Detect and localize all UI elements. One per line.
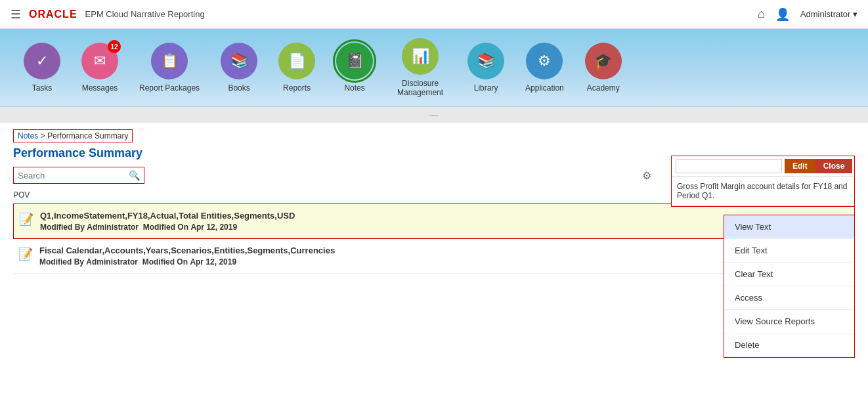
sidebar-item-books[interactable]: 📚 Books: [210, 39, 268, 96]
edit-button[interactable]: Edit: [785, 159, 815, 173]
app-title: EPM Cloud Narrative Reporting: [85, 9, 205, 19]
context-menu-item-edit-text[interactable]: Edit Text: [724, 239, 854, 263]
context-menu-item-access[interactable]: Access: [724, 286, 854, 310]
report-packages-label: Report Packages: [139, 83, 200, 93]
user-icon[interactable]: 👤: [775, 7, 790, 22]
breadcrumb-link[interactable]: Notes: [18, 131, 38, 140]
oracle-logo: ORACLE: [29, 9, 77, 20]
content-area: Notes > Performance Summary Performance …: [0, 123, 868, 407]
report-packages-icon: 📋: [151, 43, 188, 79]
modified-by-value: Administrator: [87, 223, 139, 232]
right-panel: Edit Close Gross Profit Margin account d…: [671, 156, 855, 207]
context-menu: View Text Edit Text Clear Text Access Vi…: [724, 215, 855, 358]
books-label: Books: [228, 83, 250, 93]
gear-icon[interactable]: ⚙: [642, 169, 651, 182]
sidebar-item-reports[interactable]: 📄 Reports: [268, 39, 326, 96]
sidebar-item-messages[interactable]: ✉ 12 Messages: [71, 39, 129, 96]
breadcrumb-separator: >: [38, 131, 47, 140]
note-doc-icon: 📝: [18, 247, 33, 261]
modified-on-value: Apr 12, 2019: [190, 223, 237, 232]
library-icon: 📚: [467, 43, 504, 79]
academy-icon: 🎓: [585, 43, 622, 79]
admin-label[interactable]: Administrator ▾: [800, 9, 857, 19]
sidebar-item-tasks[interactable]: ✓ Tasks: [13, 39, 71, 96]
sidebar-item-application[interactable]: ⚙ Application: [515, 39, 575, 96]
nav-bar: ✓ Tasks ✉ 12 Messages 📋 Report Packages …: [0, 29, 868, 107]
top-right-controls: ⌂ 👤 Administrator ▾: [758, 7, 857, 22]
books-icon: 📚: [221, 43, 257, 79]
modified-by-label: Modified By: [40, 223, 85, 232]
modified-by-label: Modified By: [39, 257, 84, 267]
sidebar-item-notes[interactable]: 📓 Notes: [326, 39, 383, 96]
disclosure-icon: 📊: [402, 38, 439, 75]
messages-icon: ✉ 12: [81, 43, 118, 79]
context-menu-item-delete[interactable]: Delete: [724, 333, 854, 357]
scroll-indicator: —: [0, 107, 868, 123]
context-menu-item-view-source[interactable]: View Source Reports: [724, 310, 854, 333]
sidebar-item-disclosure[interactable]: 📊 Disclosure Management: [383, 34, 457, 101]
tasks-icon: ✓: [24, 43, 60, 79]
reports-icon: 📄: [278, 43, 315, 79]
disclosure-label: Disclosure Management: [394, 79, 446, 97]
pov-label: POV: [13, 190, 30, 200]
right-panel-header: Edit Close: [672, 156, 854, 177]
messages-badge: 12: [108, 40, 121, 53]
modified-on-label: Modified On: [143, 223, 188, 232]
top-bar: ☰ ORACLE EPM Cloud Narrative Reporting ⌂…: [0, 0, 868, 29]
modified-on-value: Apr 12, 2019: [190, 257, 236, 267]
tasks-label: Tasks: [32, 83, 53, 93]
close-button[interactable]: Close: [815, 159, 853, 173]
search-box[interactable]: 🔍: [13, 167, 144, 184]
application-icon: ⚙: [526, 43, 563, 79]
modified-on-label: Modified On: [142, 257, 188, 267]
search-input[interactable]: [18, 171, 129, 181]
application-label: Application: [525, 83, 564, 93]
notes-label: Notes: [344, 83, 364, 93]
hamburger-menu[interactable]: ☰: [11, 7, 21, 22]
notes-icon: 📓: [336, 43, 373, 79]
breadcrumb: Notes > Performance Summary: [13, 129, 133, 142]
library-label: Library: [474, 83, 498, 93]
sidebar-item-academy[interactable]: 🎓 Academy: [575, 39, 632, 96]
modified-by-value: Administrator: [86, 257, 138, 267]
breadcrumb-current: Performance Summary: [47, 131, 128, 140]
context-menu-item-view-text[interactable]: View Text: [724, 215, 854, 239]
academy-label: Academy: [587, 83, 620, 93]
home-icon[interactable]: ⌂: [758, 7, 765, 21]
reports-label: Reports: [283, 83, 311, 93]
sidebar-item-report-packages[interactable]: 📋 Report Packages: [129, 39, 210, 96]
sidebar-item-library[interactable]: 📚 Library: [457, 39, 515, 96]
right-panel-input[interactable]: [676, 159, 782, 173]
search-icon[interactable]: 🔍: [129, 170, 140, 181]
messages-label: Messages: [82, 83, 118, 93]
context-menu-item-clear-text[interactable]: Clear Text: [724, 263, 854, 286]
right-panel-description: Gross Profit Margin account details for …: [672, 177, 854, 206]
note-doc-icon: 📝: [19, 212, 33, 226]
